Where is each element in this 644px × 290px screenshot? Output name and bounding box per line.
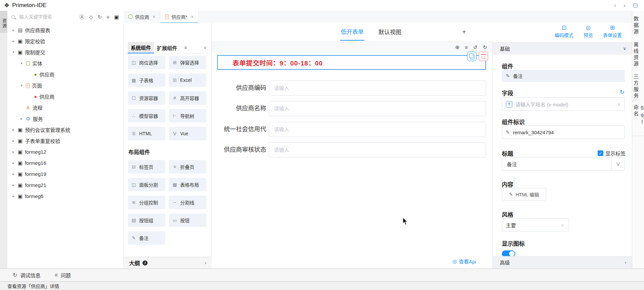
back-icon[interactable]: ‹ — [614, 2, 616, 9]
palette-component[interactable]: ⑤HTML — [128, 127, 165, 140]
tree-item[interactable]: ▸▤供应商报表 — [7, 25, 123, 36]
expand-arrow-icon[interactable]: ▸ — [19, 116, 24, 121]
bottom-panel-tab[interactable]: ↻调试信息 — [13, 272, 40, 279]
form-field-input[interactable] — [269, 101, 486, 116]
collapse-arrow-icon[interactable]: ▾ — [19, 61, 24, 65]
section-advanced-header[interactable]: 高级 › — [493, 256, 632, 268]
palette-component[interactable]: ◫面板分割 — [128, 178, 165, 191]
tree-item[interactable]: ▸▣限定校验 — [7, 36, 123, 47]
palette-component[interactable]: ≋分组控制 — [128, 196, 165, 209]
view-api-link[interactable]: ◎ 查看Api — [452, 258, 476, 265]
expand-arrow-icon[interactable]: ▸ — [11, 183, 15, 187]
view-tab[interactable]: 低开表单 — [340, 23, 364, 41]
palette-component[interactable]: ◫岗位选择 — [128, 56, 165, 69]
ai-assist-icon[interactable]: Ⓐ — [79, 14, 84, 19]
doc-tab[interactable]: 供应商× — [124, 11, 160, 22]
palette-component[interactable]: ╌分割线 — [169, 196, 206, 209]
section-basic-header[interactable]: 基础 ∨ — [493, 42, 632, 54]
save-icon[interactable]: ⊡ — [633, 2, 638, 9]
tree-item[interactable]: ▸▣formeg6 — [7, 191, 123, 202]
palette-component[interactable]: ⊟标签页 — [128, 160, 165, 174]
remark-component-selected[interactable]: 表单提交时间：9：00-18：00 — [217, 55, 486, 70]
expand-arrow-icon[interactable]: ▸ — [11, 139, 15, 143]
expand-arrow-icon[interactable]: ▸ — [11, 161, 15, 165]
tree-item[interactable]: ▸▣formeg12 — [7, 146, 123, 157]
palette-component[interactable]: ▦子表格 — [128, 74, 165, 87]
search-input[interactable] — [18, 14, 70, 20]
code-doc-icon[interactable]: ▣ — [114, 14, 119, 19]
palette-component[interactable]: ∴模型容器 — [128, 109, 165, 123]
dock-tab[interactable]: 命名Sql — [632, 101, 644, 136]
palette-component[interactable]: ⊢导航树 — [169, 109, 206, 123]
tree-item[interactable]: ●供应商 — [7, 69, 123, 80]
add-view-button[interactable]: + — [462, 28, 466, 36]
model-cube-icon[interactable]: ◇ — [89, 14, 93, 19]
refresh-field-icon[interactable]: ↻ — [620, 89, 625, 96]
expand-arrow-icon[interactable]: ▸ — [11, 150, 15, 154]
form-field-input[interactable] — [269, 122, 486, 137]
bottom-panel-tab[interactable]: ≡问题 — [54, 272, 71, 279]
palette-tab[interactable]: 扩展组件 — [154, 42, 180, 53]
tree-item[interactable]: ●供应商 — [7, 91, 123, 102]
palette-component[interactable]: ▤按钮组 — [128, 213, 165, 227]
palette-component[interactable]: ☒Excel — [169, 74, 206, 87]
show-label-checkbox[interactable]: ✓ 显示标签 — [598, 150, 626, 157]
palette-menu-icon[interactable]: ≡ — [184, 45, 187, 50]
tree-item[interactable]: ⋔流程 — [7, 102, 123, 113]
chevron-down-icon[interactable]: ∨ — [203, 45, 207, 50]
component-type-item[interactable]: ✎ 备注 — [502, 70, 625, 82]
copy-component-button[interactable] — [467, 52, 477, 61]
header-action[interactable]: ⊞表单设置 — [603, 25, 622, 38]
tree-item[interactable]: ▸▣预约会议室管理系统 — [7, 124, 123, 135]
delete-component-button[interactable] — [479, 52, 488, 61]
palette-component[interactable]: ⊞弹窗选择 — [169, 56, 206, 69]
expand-arrow-icon[interactable]: ▸ — [11, 39, 15, 43]
palette-component[interactable]: #高开容器 — [169, 91, 206, 105]
palette-component[interactable]: ✎备注 — [128, 231, 165, 245]
tree-item[interactable]: ▸▣formeg21 — [7, 180, 123, 191]
form-field-input[interactable] — [269, 81, 486, 96]
collapse-arrow-icon[interactable]: ▾ — [19, 83, 24, 88]
close-icon[interactable]: × — [191, 14, 194, 19]
title-input[interactable]: 备注 V — [502, 157, 625, 171]
expand-arrow-icon[interactable]: ▸ — [11, 194, 15, 198]
palette-component[interactable]: ≡折叠页 — [169, 160, 206, 174]
tree-item[interactable]: ▾页面 — [7, 80, 123, 91]
expand-arrow-icon[interactable]: ▸ — [11, 172, 15, 176]
header-action[interactable]: ⊡编码模式 — [555, 25, 573, 38]
dock-tab[interactable]: 数据源 — [632, 11, 639, 37]
expand-arrow-icon[interactable]: ▸ — [11, 128, 15, 132]
forward-icon[interactable]: › — [623, 2, 626, 9]
i18n-globe-icon[interactable]: ⊕ — [455, 45, 460, 50]
tree-item[interactable]: ▾▣限制提交 — [7, 47, 123, 58]
header-action[interactable]: ◎预览 — [583, 25, 593, 38]
redo-icon[interactable]: ↻ — [483, 45, 487, 50]
component-id-input[interactable]: ✎ remark_30424794 — [502, 126, 625, 139]
palette-component[interactable]: ▭按钮 — [169, 213, 206, 227]
expand-arrow-icon[interactable]: ▸ — [11, 28, 15, 32]
collapse-arrow-icon[interactable]: ▾ — [11, 50, 15, 54]
tree-item[interactable]: ▾实体 — [7, 58, 123, 69]
html-edit-button[interactable]: ✎ HTML 编辑 — [502, 188, 546, 201]
outline-section-header[interactable]: 大纲 i › — [124, 257, 212, 269]
close-icon[interactable]: × — [153, 14, 155, 19]
tree-item[interactable]: ▸▣子表单重复校验 — [7, 135, 123, 146]
dock-tab[interactable]: 离线资源 — [632, 37, 639, 69]
outline-tree-icon[interactable]: ≡ — [465, 45, 468, 50]
dock-tab[interactable]: 三方服务 — [632, 69, 639, 101]
view-tab[interactable]: 默认视图 — [378, 23, 402, 41]
tree-item[interactable]: ▸▣formeg19 — [7, 168, 123, 180]
rail-tab-resources[interactable]: 资源 — [0, 11, 7, 33]
form-field-input[interactable] — [269, 142, 486, 157]
palette-component[interactable]: ☐资源容器 — [128, 91, 165, 105]
field-select[interactable]: T 请输入字段名 (v-model) ∨ — [502, 97, 625, 111]
palette-component[interactable]: ▦表格布局 — [169, 178, 206, 191]
palette-tab[interactable]: 系统组件 — [128, 42, 154, 53]
undo-icon[interactable]: ↺ — [473, 45, 478, 50]
doc-tab[interactable]: 供应商*× — [160, 11, 199, 23]
tree-item[interactable]: ▸▣formeg16 — [7, 157, 123, 168]
refresh-icon[interactable]: ↻ — [97, 14, 102, 19]
palette-component[interactable]: ⅤVue — [169, 127, 206, 140]
tree-item[interactable]: ▸⚙服务 — [7, 113, 123, 124]
title-suffix-button[interactable]: V — [611, 157, 625, 170]
